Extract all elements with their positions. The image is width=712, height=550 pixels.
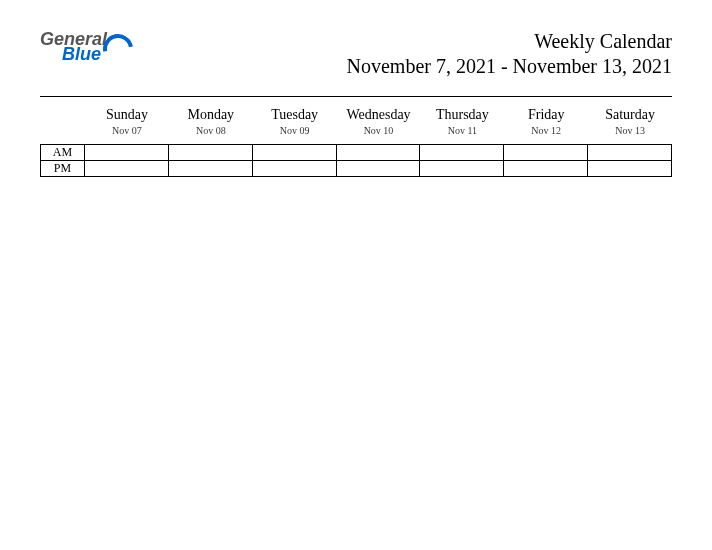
day-header: Tuesday Nov 09 [253,103,337,144]
day-date: Nov 07 [85,125,169,136]
grid-day-col [588,145,672,177]
calendar-cell [337,145,420,161]
calendar-cell [588,145,671,161]
day-name: Thursday [420,107,504,123]
calendar-cell [504,161,587,176]
grid-day-col [253,145,337,177]
day-date: Nov 08 [169,125,253,136]
calendar-grid: AM PM [40,144,672,177]
day-header: Wednesday Nov 10 [337,103,421,144]
grid-body [85,145,672,177]
date-range: November 7, 2021 - November 13, 2021 [347,55,673,78]
day-header: Sunday Nov 07 [85,103,169,144]
calendar: Sunday Nov 07 Monday Nov 08 Tuesday Nov … [40,103,672,177]
calendar-cell [253,161,336,176]
calendar-cell [504,145,587,161]
day-date: Nov 12 [504,125,588,136]
calendar-cell [169,161,252,176]
logo-text-blue: Blue [62,45,107,63]
calendar-cell [420,161,503,176]
day-header: Saturday Nov 13 [588,103,672,144]
calendar-cell [85,145,168,161]
day-header: Monday Nov 08 [169,103,253,144]
day-name: Monday [169,107,253,123]
calendar-cell [588,161,671,176]
grid-day-col [504,145,588,177]
day-date: Nov 13 [588,125,672,136]
day-name: Sunday [85,107,169,123]
header-divider [40,96,672,97]
swoosh-icon [103,36,131,58]
logo: General Blue [40,30,131,63]
day-name: Tuesday [253,107,337,123]
period-label-pm: PM [41,161,85,176]
day-header: Thursday Nov 11 [420,103,504,144]
day-date: Nov 11 [420,125,504,136]
grid-day-col [169,145,253,177]
calendar-cell [337,161,420,176]
calendar-cell [85,161,168,176]
day-date: Nov 09 [253,125,337,136]
day-name: Wednesday [337,107,421,123]
header: General Blue Weekly Calendar November 7,… [40,30,672,78]
day-date: Nov 10 [337,125,421,136]
day-header: Friday Nov 12 [504,103,588,144]
calendar-cell [169,145,252,161]
grid-day-col [85,145,169,177]
period-labels-col: AM PM [40,145,85,177]
page-title: Weekly Calendar [347,30,673,53]
day-headers-row: Sunday Nov 07 Monday Nov 08 Tuesday Nov … [40,103,672,144]
period-col-spacer [40,103,85,144]
title-block: Weekly Calendar November 7, 2021 - Novem… [347,30,673,78]
grid-day-col [420,145,504,177]
calendar-cell [420,145,503,161]
grid-day-col [337,145,421,177]
calendar-cell [253,145,336,161]
logo-text: General Blue [40,30,107,63]
day-name: Saturday [588,107,672,123]
period-label-am: AM [41,145,85,161]
day-name: Friday [504,107,588,123]
